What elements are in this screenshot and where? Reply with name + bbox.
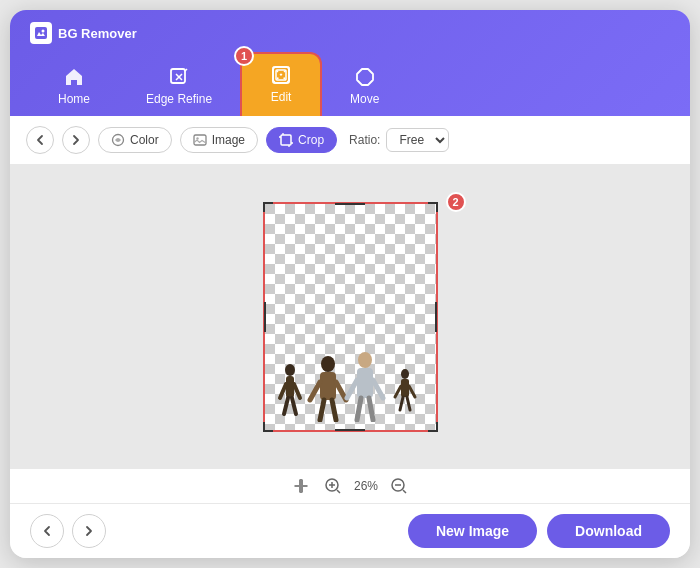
crop-corner-tl[interactable] bbox=[263, 202, 273, 212]
app-title-row: BG Remover bbox=[30, 22, 137, 44]
svg-point-27 bbox=[401, 369, 409, 379]
svg-line-30 bbox=[409, 386, 415, 397]
ratio-group: Ratio: Free 1:1 4:3 16:9 bbox=[349, 128, 449, 152]
footer-actions: New Image Download bbox=[408, 514, 670, 548]
canvas-inner: 2 bbox=[10, 165, 690, 468]
tab-move[interactable]: Move bbox=[322, 56, 407, 116]
footer: New Image Download bbox=[10, 503, 690, 558]
svg-point-9 bbox=[285, 364, 295, 376]
canvas-badge-2: 2 bbox=[446, 192, 466, 212]
ratio-select[interactable]: Free 1:1 4:3 16:9 bbox=[386, 128, 449, 152]
pan-icon[interactable] bbox=[290, 475, 312, 497]
crop-button[interactable]: Crop bbox=[266, 127, 337, 153]
svg-line-17 bbox=[310, 382, 320, 400]
svg-rect-0 bbox=[35, 27, 47, 39]
crop-corner-bl[interactable] bbox=[263, 422, 273, 432]
image-canvas[interactable]: 2 bbox=[263, 202, 438, 432]
zoom-out-icon[interactable] bbox=[388, 475, 410, 497]
svg-line-12 bbox=[294, 384, 300, 398]
svg-line-26 bbox=[369, 398, 373, 420]
tab-move-label: Move bbox=[350, 92, 379, 106]
svg-line-11 bbox=[280, 384, 286, 398]
crop-corner-tr[interactable] bbox=[428, 202, 438, 212]
svg-point-1 bbox=[42, 30, 45, 33]
ratio-label: Ratio: bbox=[349, 133, 380, 147]
tab-edit-badge: 1 bbox=[234, 46, 254, 66]
redo-button[interactable] bbox=[62, 126, 90, 154]
crop-handle-left[interactable] bbox=[264, 302, 266, 332]
svg-point-7 bbox=[196, 137, 198, 139]
svg-rect-8 bbox=[281, 135, 291, 145]
people-silhouettes bbox=[270, 342, 430, 422]
nav-tabs: Home Edge Refine 1 Edit bbox=[30, 52, 670, 116]
app-title: BG Remover bbox=[58, 26, 137, 41]
download-button[interactable]: Download bbox=[547, 514, 670, 548]
next-button[interactable] bbox=[72, 514, 106, 548]
prev-button[interactable] bbox=[30, 514, 64, 548]
tab-home[interactable]: Home bbox=[30, 56, 118, 116]
header: BG Remover Home Edge Refine 1 bbox=[10, 10, 690, 116]
svg-rect-28 bbox=[401, 379, 409, 397]
svg-line-39 bbox=[403, 490, 406, 493]
zoom-in-icon[interactable] bbox=[322, 475, 344, 497]
app-logo bbox=[30, 22, 52, 44]
canvas-area: 2 bbox=[10, 165, 690, 468]
svg-rect-22 bbox=[357, 368, 373, 398]
toolbar: Color Image Crop Ratio: Free 1:1 4:3 16: bbox=[10, 116, 690, 165]
crop-handle-top[interactable] bbox=[335, 203, 365, 205]
svg-rect-6 bbox=[194, 135, 206, 145]
svg-line-18 bbox=[336, 382, 346, 400]
svg-line-23 bbox=[347, 380, 357, 398]
svg-line-25 bbox=[357, 398, 361, 420]
svg-line-14 bbox=[292, 398, 296, 414]
crop-corner-br[interactable] bbox=[428, 422, 438, 432]
crop-handle-bottom[interactable] bbox=[335, 429, 365, 431]
svg-line-13 bbox=[284, 398, 288, 414]
crop-handle-right[interactable] bbox=[435, 302, 437, 332]
tab-edit-label: Edit bbox=[271, 90, 292, 104]
svg-rect-16 bbox=[320, 372, 336, 400]
app-window: BG Remover Home Edge Refine 1 bbox=[10, 10, 690, 558]
tab-edge-refine-label: Edge Refine bbox=[146, 92, 212, 106]
svg-line-20 bbox=[332, 400, 336, 420]
svg-line-31 bbox=[400, 397, 403, 410]
tab-edge-refine[interactable]: Edge Refine bbox=[118, 56, 240, 116]
svg-line-32 bbox=[407, 397, 410, 410]
new-image-button[interactable]: New Image bbox=[408, 514, 537, 548]
color-button[interactable]: Color bbox=[98, 127, 172, 153]
svg-line-36 bbox=[337, 490, 340, 493]
svg-point-15 bbox=[321, 356, 335, 372]
svg-line-19 bbox=[320, 400, 324, 420]
undo-button[interactable] bbox=[26, 126, 54, 154]
svg-line-29 bbox=[395, 386, 401, 397]
svg-line-24 bbox=[373, 380, 383, 398]
tab-edit[interactable]: 1 Edit bbox=[240, 52, 322, 116]
zoom-controls: 26% bbox=[10, 468, 690, 503]
tab-home-label: Home bbox=[58, 92, 90, 106]
svg-point-21 bbox=[358, 352, 372, 368]
footer-nav bbox=[30, 514, 106, 548]
image-button[interactable]: Image bbox=[180, 127, 258, 153]
svg-rect-10 bbox=[286, 376, 294, 398]
zoom-percent: 26% bbox=[354, 479, 378, 493]
